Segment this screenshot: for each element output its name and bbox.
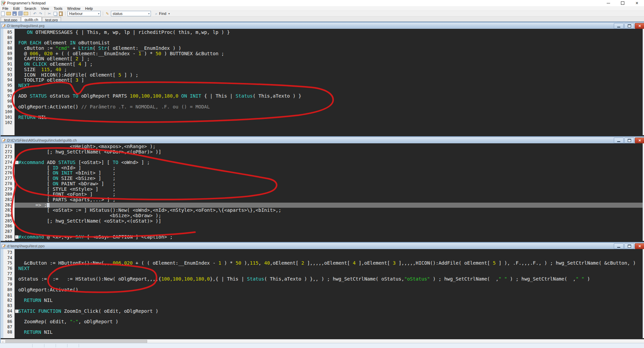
code-line [18,255,644,261]
minimize-button[interactable] [601,0,616,6]
code-line [18,314,644,319]
maximize-button[interactable] [616,0,630,6]
code-line: [ ON SIZE <bSize> ] ; [18,176,644,181]
child-minimize-button[interactable] [614,243,624,249]
code-line: NEXT [18,83,644,88]
code-line: oStatus := := := HStatus():New( oDlgRepo… [18,277,644,282]
vertical-scrollbar[interactable] [643,249,644,338]
code-line: [ <oStat> := ] HStatus():New( <oWnd>,<nI… [18,208,644,213]
menu-search[interactable]: Search [22,6,39,11]
code-line: ICON HICON():AddFile( oElement[ 5 ] ) ; [18,73,644,78]
cut-icon[interactable]: ✂ [47,11,52,16]
code-line: [; hwg_SetCtrlName( <oPBar>,<(oPBar)> )] [18,149,644,155]
menu-window[interactable]: Window [65,6,83,11]
search-input[interactable]: status ▾ [111,11,151,16]
vertical-scrollbar[interactable] [643,143,644,241]
new-search-icon[interactable]: ✎ [105,11,110,16]
child-window-title: d:\temp\hwgui\test.ppo [7,244,45,248]
code-line: [ ON INIT <bInit> ] ; [18,170,644,176]
new-file-icon[interactable] [0,11,5,16]
programmers-notepad-window: Programmer's Notepad ✕ FileEditSearchVie… [0,0,644,348]
menu-help[interactable]: Help [83,6,95,11]
toolbar-separator [65,12,65,16]
file-pencil-icon [2,244,6,248]
child-minimize-button[interactable] [614,138,624,143]
copy-icon[interactable] [53,11,58,16]
code-editor[interactable]: 2712722732742752762772782792802812822832… [1,143,644,241]
code-line: FOR EACH oElement IN oButtonList [18,40,644,46]
code-line [18,155,644,160]
child-titlebar[interactable]: D:\temp\hwgui\test.prg ✕ [1,23,644,29]
code-line [18,224,644,229]
code-line: [ ON PAINT <bDraw> ] ; [18,181,644,187]
child-close-button[interactable]: ✕ [635,23,644,29]
code-line: <nHeight>,<maxpos>,<nRange> ); [18,144,644,149]
undo-icon[interactable]: ↶ [32,11,37,16]
menubar: FileEditSearchViewToolsWindowHelp [0,6,644,11]
child-restore-button[interactable] [624,138,634,143]
code-area[interactable]: &cButton := HButtonEx():New(,,,006,020 +… [18,249,644,338]
open-project-icon[interactable] [23,11,28,16]
menu-file[interactable]: File [0,6,11,11]
save-all-icon[interactable] [18,11,23,16]
close-icon: ✕ [638,24,641,28]
toolbar-separator [103,12,103,16]
minimize-icon [617,141,620,142]
chevron-down-icon: ▾ [97,12,100,15]
child-titlebar[interactable]: D:\CVSFiles\AllGui\hwgui\include\guilib.… [1,137,644,143]
fold-collapse-icon[interactable]: - [15,309,19,313]
menu-tools[interactable]: Tools [51,6,65,11]
code-line [18,293,644,298]
code-line: [ FONT <oFont> ] ; [18,192,644,197]
code-line: ADD STATUS oStatus TO oDlgReport PARTS 1… [18,94,644,99]
code-line: cButton := "cmd" + Ltrim( Str( oElement:… [18,46,644,51]
code-area[interactable]: <nHeight>,<maxpos>,<nRange> ); [; hwg_Se… [18,143,644,241]
scheme-combobox[interactable]: Harbour ▾ [67,11,101,16]
main-titlebar: Programmer's Notepad ✕ [0,0,644,6]
fold-collapse-icon[interactable]: - [15,161,19,164]
code-line [18,282,644,287]
editor-window-guilib-ch: D:\CVSFiles\AllGui\hwgui\include\guilib.… [0,137,644,243]
search-input-value: status [113,12,122,16]
code-line: SIZE 115, 40 ; [18,67,644,73]
child-close-button[interactable]: ✕ [635,243,644,249]
code-line: RETURN NIL [18,330,644,335]
menu-edit[interactable]: Edit [11,6,22,11]
code-line [18,35,644,41]
save-icon[interactable] [12,11,17,16]
code-area[interactable]: ON OTHERMESSAGES { | This, m, wp, lp | r… [18,29,644,135]
code-line: TOOLTIP oElement[ 3 ] [18,78,644,83]
close-button[interactable]: ✕ [630,0,644,6]
scheme-combobox-value: Harbour [69,12,83,16]
child-close-button[interactable]: ✕ [635,138,644,143]
code-line [18,120,644,126]
find-icon: ⌕ [154,11,159,16]
redo-icon[interactable]: ↷ [38,11,43,16]
code-line: [; hwg_SetCtrlName( <oStat>,<(oStat)> )] [18,219,644,224]
open-file-icon[interactable] [6,11,11,16]
menu-view[interactable]: View [39,6,52,11]
code-line: <bSize>,<bDraw> ); [18,213,644,219]
code-line: ON OTHERMESSAGES { | This, m, wp, lp | r… [18,30,644,35]
child-restore-button[interactable] [624,243,634,249]
maximize-icon [621,1,624,5]
editor-window-test-prg: D:\temp\hwgui\test.prg ✕ 858687888990919… [0,22,644,137]
fold-collapse-icon[interactable]: - [15,235,19,239]
vertical-scrollbar[interactable] [643,29,644,135]
code-line: STATIC FUNCTION ZoomIn_Click( oEdit, oDl… [18,309,644,314]
code-line [18,109,644,115]
code-line [18,303,644,309]
code-line: @ 006, 020 + ( ( oElement:__EnumIndex - … [18,51,644,57]
code-editor[interactable]: 858687888990919293949596979899100101102 … [1,29,644,135]
minimize-icon [617,247,620,248]
child-titlebar[interactable]: d:\temp\hwgui\test.ppo ✕ [1,243,644,249]
find-button[interactable]: ⌕ Find ▾ [152,11,171,16]
toolbar: ↶↷✂ Harbour ▾ ✎ status ▾ ⌕ Find ▾ [0,11,644,17]
app-title: Programmer's Notepad [7,1,45,5]
child-restore-button[interactable] [624,23,634,29]
paste-icon[interactable] [58,11,63,16]
child-minimize-button[interactable] [614,23,624,29]
minimize-icon [617,27,620,27]
code-line: #xcommand ADD STATUS [<oStat>] [ TO <oWn… [18,160,644,165]
code-editor[interactable]: 73747576777879808182838485868788 - &cBut… [1,249,644,338]
